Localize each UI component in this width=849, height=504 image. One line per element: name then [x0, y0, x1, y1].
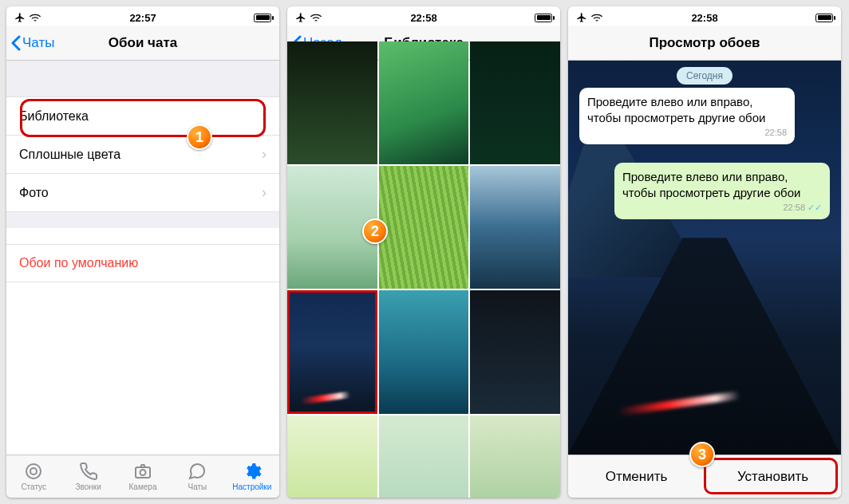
- cell-label: Сплошные цвета: [19, 148, 120, 162]
- tab-chats[interactable]: Чаты: [170, 455, 224, 498]
- battery-icon: [254, 14, 271, 22]
- wifi-icon: [310, 13, 322, 22]
- tab-label: Чаты: [188, 482, 207, 491]
- tab-settings[interactable]: Настройки: [225, 455, 279, 498]
- svg-point-1: [26, 464, 41, 478]
- wallpaper-thumb[interactable]: [470, 41, 560, 164]
- airplane-icon: [295, 12, 306, 23]
- spacer: [6, 212, 279, 228]
- highlight-library: [20, 99, 266, 137]
- chevron-right-icon: ›: [262, 184, 267, 201]
- wallpaper-thumb[interactable]: [379, 41, 469, 164]
- thumb-decoration: [301, 392, 350, 405]
- phone-icon: [79, 462, 98, 481]
- tab-label: Настройки: [232, 482, 271, 491]
- svg-point-3: [140, 470, 146, 475]
- status-bar: 22:57: [6, 6, 279, 26]
- wallpaper-thumb[interactable]: [470, 415, 560, 498]
- status-time: 22:58: [410, 12, 436, 24]
- message-text: Проведите влево или вправо, чтобы просмо…: [622, 169, 822, 200]
- chevron-left-icon: [11, 35, 21, 51]
- wallpaper-thumb[interactable]: [379, 166, 469, 289]
- tab-status[interactable]: Статус: [6, 455, 61, 498]
- option-photo[interactable]: Фото›: [6, 174, 279, 212]
- nav-bar: Просмотр обоев: [568, 26, 841, 61]
- step-badge-1: 1: [187, 124, 212, 150]
- screen-wallpaper-options: 22:57 Чаты Обои чата Библиотека› Сплошны…: [6, 6, 279, 498]
- back-label: Чаты: [22, 35, 54, 51]
- highlight-install: [704, 458, 838, 494]
- cancel-button[interactable]: Отменить: [568, 455, 705, 498]
- tab-label: Камера: [129, 482, 157, 491]
- back-button[interactable]: Чаты: [11, 35, 54, 51]
- date-pill: Сегодня: [677, 67, 733, 85]
- reset-wallpaper-button[interactable]: Обои по умолчанию: [6, 244, 279, 282]
- spacer: [6, 61, 279, 97]
- status-time: 22:57: [129, 12, 156, 24]
- read-ticks-icon: ✓✓: [808, 203, 822, 212]
- wallpaper-thumb-selected[interactable]: [287, 290, 377, 413]
- wallpaper-thumb[interactable]: [379, 415, 469, 498]
- nav-bar: Чаты Обои чата: [6, 26, 279, 61]
- tab-bar: Статус Звонки Камера Чаты Настройки: [6, 455, 279, 498]
- tab-calls[interactable]: Звонки: [61, 455, 115, 498]
- message-time: 22:58: [587, 127, 787, 138]
- message-incoming: Проведите влево или вправо, чтобы просмо…: [579, 88, 795, 144]
- step-badge-3: 3: [689, 442, 715, 467]
- message-text: Проведите влево или вправо, чтобы просмо…: [587, 94, 787, 125]
- svg-point-0: [30, 468, 37, 474]
- airplane-icon: [14, 12, 26, 23]
- chats-icon: [188, 462, 207, 481]
- chevron-right-icon: ›: [262, 146, 267, 163]
- wallpaper-thumb[interactable]: [287, 41, 377, 164]
- battery-icon: [815, 14, 833, 22]
- wallpaper-thumb[interactable]: [470, 166, 560, 289]
- wallpaper-thumb[interactable]: [379, 290, 469, 413]
- message-outgoing: Проведите влево или вправо, чтобы просмо…: [614, 163, 830, 219]
- screen-library: 22:58 Назад Библиотека 2: [287, 6, 560, 498]
- wallpaper-thumb[interactable]: [287, 415, 377, 498]
- nav-title: Обои чата: [109, 35, 177, 51]
- svg-rect-2: [136, 467, 150, 478]
- option-solid-colors[interactable]: Сплошные цвета›: [6, 136, 279, 174]
- status-time: 22:58: [691, 12, 717, 24]
- wifi-icon: [590, 13, 603, 22]
- camera-icon: [133, 462, 152, 481]
- wifi-icon: [29, 13, 41, 22]
- wallpaper-grid: [287, 41, 560, 498]
- status-bar: 22:58: [287, 6, 560, 26]
- tab-label: Статус: [21, 482, 46, 491]
- nav-title: Просмотр обоев: [649, 35, 760, 51]
- wallpaper-thumb[interactable]: [470, 290, 560, 413]
- cell-label: Фото: [19, 186, 49, 200]
- status-bar: 22:58: [568, 6, 841, 26]
- step-badge-2: 2: [362, 219, 388, 244]
- tab-label: Звонки: [75, 482, 101, 491]
- status-icon: [24, 462, 43, 481]
- screen-preview: 22:58 Просмотр обоев Сегодня Проведите в…: [568, 6, 841, 498]
- tab-camera[interactable]: Камера: [116, 455, 170, 498]
- airplane-icon: [576, 12, 587, 23]
- gear-icon: [243, 462, 262, 481]
- battery-icon: [535, 14, 552, 22]
- message-time: 22:58✓✓: [622, 202, 822, 213]
